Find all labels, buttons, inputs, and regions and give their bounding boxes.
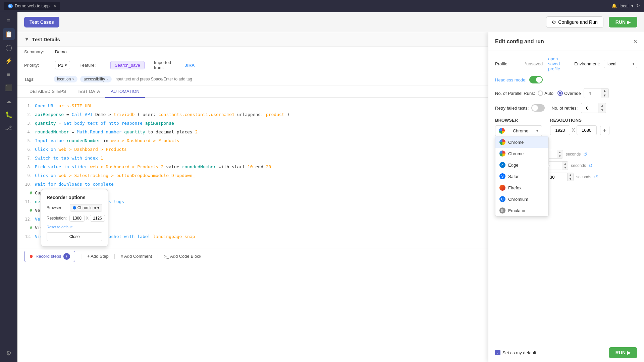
browser-option-firefox[interactable]: Firefox — [495, 182, 548, 193]
retries-spin-down[interactable]: ▼ — [598, 108, 606, 113]
env-select[interactable]: local — [604, 60, 637, 68]
sidebar-bug-icon[interactable]: 🐛 — [3, 109, 15, 121]
close-panel-button[interactable]: × — [633, 38, 637, 45]
browser-select-chromium[interactable]: Chromium ▾ — [70, 204, 102, 212]
chrome-icon-2 — [499, 150, 505, 157]
url-timeout-input[interactable] — [547, 173, 567, 181]
res-width-box[interactable] — [550, 125, 570, 135]
radio-override-circle — [557, 90, 563, 96]
sidebar-cloud-icon[interactable]: ☁ — [3, 95, 15, 107]
chrome-icon-1 — [499, 139, 505, 145]
radio-auto-label: Auto — [544, 91, 553, 96]
tab-test-data[interactable]: TEST DATA — [71, 85, 105, 98]
tab-detailed-steps[interactable]: DETAILED STEPS — [24, 85, 71, 98]
spin-up[interactable]: ▲ — [601, 88, 608, 93]
res-add-button[interactable]: + — [600, 126, 609, 135]
url-timeout-reset[interactable]: ↺ — [594, 174, 598, 180]
retries-number[interactable] — [581, 104, 598, 112]
browser-option-safari[interactable]: S Safari — [495, 171, 548, 182]
step-timeout-seconds: seconds — [566, 152, 581, 157]
browser-option-chromium[interactable]: C Chromium — [495, 193, 548, 205]
action-timeout-down[interactable]: ▼ — [562, 166, 568, 170]
retries-label: No. of retries: — [551, 106, 578, 111]
override-number[interactable] — [584, 89, 601, 97]
record-steps-button[interactable]: ⏺ Record steps ℹ — [24, 251, 75, 262]
record-steps-label: Record steps — [36, 254, 61, 259]
action-timeout-reset[interactable]: ↺ — [589, 163, 593, 168]
add-comment-button[interactable]: # Add Comment — [121, 254, 152, 259]
checkbox-icon: ✓ — [495, 350, 500, 355]
collapse-icon[interactable]: ▼ — [24, 36, 30, 42]
browser-option-chrome2[interactable]: Chrome — [495, 148, 548, 159]
res-width-input[interactable] — [69, 215, 85, 222]
browser-select-btn[interactable]: Chrome ▾ — [495, 125, 542, 136]
tab-close-btn[interactable]: × — [54, 4, 56, 8]
res-height-box[interactable] — [577, 125, 597, 135]
browser-col: BROWSER Chrome ▾ — [495, 118, 542, 136]
res-col-label: RESOLUTIONS — [550, 118, 609, 123]
add-step-button[interactable]: + Add Step — [87, 254, 109, 259]
radio-auto-circle — [538, 90, 543, 96]
open-profile-link[interactable]: open saved profile — [548, 56, 569, 71]
tab-automation[interactable]: AUTOMATION — [105, 85, 145, 98]
sidebar-search-icon[interactable]: ◯ — [3, 42, 15, 54]
add-code-block-button[interactable]: >_ Add Code Block — [164, 254, 201, 259]
sidebar-list-icon[interactable]: ≡ — [3, 68, 15, 80]
url-timeout-up[interactable]: ▲ — [567, 173, 573, 177]
tag-accessibility-remove[interactable]: × — [106, 77, 108, 81]
panel-footer: ✓ Set as my default RUN ▶ — [488, 343, 644, 362]
configure-run-button[interactable]: ⚙ Configure and Run — [546, 16, 603, 28]
emulator-label: Emulator — [508, 208, 526, 213]
spin-down[interactable]: ▼ — [601, 93, 608, 98]
action-timeout-up[interactable]: ▲ — [562, 162, 568, 166]
sidebar-branch-icon[interactable]: ⎇ — [3, 122, 15, 134]
firefox-icon — [499, 185, 505, 191]
main-content-wrapper: Test Cases ⚙ Configure and Run RUN ▶ ▼ T… — [17, 12, 644, 362]
res-height-input[interactable] — [90, 215, 105, 222]
feature-tag: Search_save — [110, 61, 145, 69]
retry-label: Retry failed tests: — [495, 106, 529, 111]
step-timeout-up[interactable]: ▲ — [557, 150, 563, 154]
url-timeout-down[interactable]: ▼ — [567, 177, 573, 181]
url-timeout-spin: ▲ ▼ — [567, 173, 573, 181]
active-tab[interactable]: 🗎 Demo.web.tc.tspp × — [4, 2, 60, 10]
toolbar-sep3: | — [157, 253, 159, 259]
panel-run-button[interactable]: RUN ▶ — [609, 347, 637, 358]
radio-auto[interactable]: Auto — [538, 90, 553, 96]
chevron-icon[interactable]: ▾ — [631, 3, 634, 8]
record-indicator[interactable]: ℹ — [63, 253, 70, 260]
sidebar-testcases-icon[interactable]: 📋 — [3, 28, 15, 40]
toolbar-sep1: | — [80, 253, 82, 259]
set-default-checkbox[interactable]: ✓ Set as my default — [495, 350, 536, 355]
retry-toggle[interactable] — [531, 104, 545, 112]
sidebar-settings-icon[interactable]: ⚙ — [3, 347, 15, 359]
reset-default-link[interactable]: Reset to default — [47, 225, 102, 229]
tag-location-remove[interactable]: × — [72, 77, 74, 81]
action-timeout-seconds: seconds — [571, 163, 586, 168]
priority-select[interactable]: P1 ▾ — [55, 61, 70, 69]
retries-spin-up[interactable]: ▲ — [598, 103, 606, 108]
step-timeout-down[interactable]: ▼ — [557, 154, 563, 158]
browser-option-emulator[interactable]: E Emulator — [495, 205, 548, 216]
imported-label: Imported from: — [154, 60, 181, 70]
sidebar-layers-icon[interactable]: ⬛ — [3, 82, 15, 94]
step-timeout-reset[interactable]: ↺ — [583, 152, 587, 157]
run-button[interactable]: RUN ▶ — [609, 17, 637, 27]
headless-toggle[interactable] — [529, 76, 543, 83]
browser-option-edge[interactable]: e Edge — [495, 159, 548, 171]
parallel-row: No. of Parallel Runs: Auto Override — [495, 88, 637, 98]
content-header: Test Cases ⚙ Configure and Run RUN ▶ — [17, 12, 644, 32]
chrome-icon-circle — [499, 128, 505, 134]
sidebar-bottom: ⚙ — [3, 347, 15, 359]
browser-option-chrome1[interactable]: Chrome — [495, 136, 548, 148]
refresh-icon[interactable]: ↻ — [636, 3, 640, 8]
override-value-input: ▲ ▼ — [584, 88, 609, 98]
test-cases-button[interactable]: Test Cases — [24, 17, 59, 27]
step-timeout-spin: ▲ ▼ — [557, 150, 563, 158]
sidebar-menu-icon[interactable]: ≡ — [3, 15, 15, 27]
close-recorder-button[interactable]: Close — [47, 232, 102, 241]
recorder-popup-title: Recorder options — [47, 195, 102, 200]
radio-override[interactable]: Override — [557, 90, 581, 96]
sidebar-lightning-icon[interactable]: ⚡ — [3, 55, 15, 67]
emulator-icon: E — [499, 207, 505, 214]
